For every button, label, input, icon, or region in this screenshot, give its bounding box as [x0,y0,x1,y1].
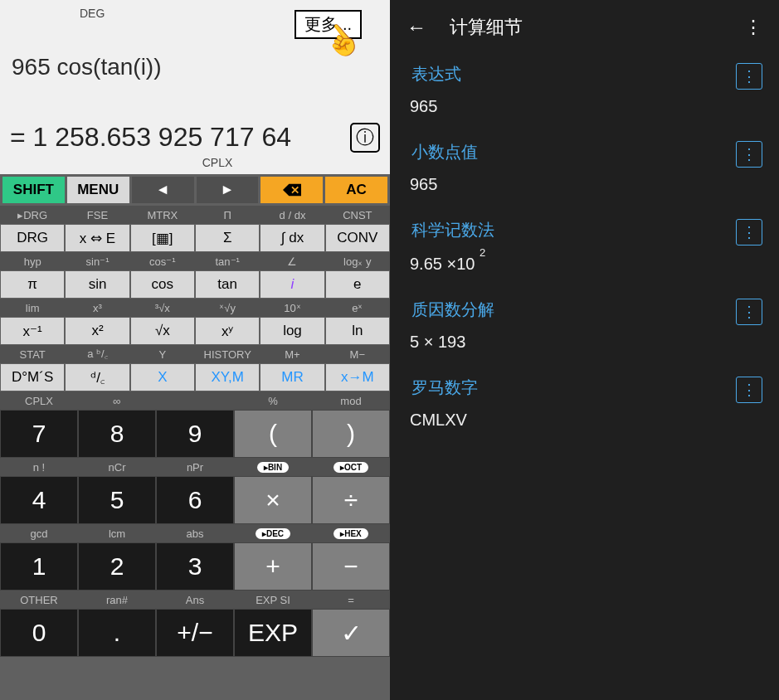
shift-labels-row-1: ▸DRG FSE MTRX Π d / dx CNST [0,206,390,224]
result-value: = 1 258.653 925 717 64 [10,122,350,153]
xinv-key[interactable]: x⁻¹ [1,318,64,344]
cplx-label: CPLX [50,153,385,174]
paren-close-key[interactable]: ) [313,411,389,457]
conv-key[interactable]: CONV [326,225,389,251]
prime-value: 5 × 193 [410,333,762,352]
display-area: DEG 更多... ☝ 965 cos(tan(i)) = 1 258.653 … [0,0,390,174]
shift-labels-row-2: hyp sin⁻¹ cos⁻¹ tan⁻¹ ∠ logₓ y [0,252,390,270]
divide-key[interactable]: ÷ [313,477,389,523]
section-roman: ⋮ 罗马数字 CMLXV [407,377,762,430]
minus-key[interactable]: − [313,543,389,590]
expression-value: 965 [410,97,762,116]
section-label: 质因数分解 [411,299,762,321]
scientific-value: 9.65 ×10 2 [410,253,762,274]
ac-key[interactable]: AC [325,177,387,203]
section-menu-icon[interactable]: ⋮ [736,377,762,403]
info-icon[interactable]: ⓘ [350,123,380,153]
angle-mode-label: DEG [80,7,105,20]
key-9[interactable]: 9 [157,411,233,457]
section-menu-icon[interactable]: ⋮ [736,141,762,168]
key-2[interactable]: 2 [79,543,155,590]
section-label: 表达式 [411,63,762,85]
back-icon[interactable]: ← [407,16,426,39]
key-6[interactable]: 6 [157,477,233,523]
section-label: 科学记数法 [411,219,762,241]
integral-key[interactable]: ∫ dx [260,225,324,251]
details-title: 计算细节 [450,15,721,40]
i-key[interactable]: i [260,271,324,298]
sign-key[interactable]: +/− [157,610,233,656]
roman-value: CMLXV [410,411,762,430]
X-key[interactable]: X [131,364,194,391]
cursor-left-key[interactable]: ◄ [132,177,194,203]
xy-key[interactable]: xʸ [196,318,259,344]
cos-key[interactable]: cos [131,271,194,298]
section-prime: ⋮ 质因数分解 5 × 193 [407,299,762,352]
kebab-menu-icon[interactable]: ⋮ [744,17,762,38]
menu-key[interactable]: MENU [67,177,129,203]
calculator-pane: DEG 更多... ☝ 965 cos(tan(i)) = 1 258.653 … [0,0,390,700]
calc-details-pane: ← 计算细节 ⋮ ⋮ 表达式 965 ⋮ 小数点值 965 ⋮ 科学记数法 9.… [390,0,779,700]
MR-key[interactable]: MR [260,364,324,391]
xE-key[interactable]: x ⇔ E [66,225,129,251]
multiply-key[interactable]: × [235,477,311,523]
plus-key[interactable]: + [235,543,311,590]
section-menu-icon[interactable]: ⋮ [736,299,762,325]
key-5[interactable]: 5 [79,477,155,523]
key-3[interactable]: 3 [157,543,233,590]
decimal-value: 965 [410,175,762,194]
enter-key[interactable]: ✓ [313,610,389,656]
exp-key[interactable]: EXP [235,610,311,656]
section-expression: ⋮ 表达式 965 [407,63,762,116]
section-label: 罗马数字 [411,377,762,399]
ln-key[interactable]: ln [326,318,389,344]
matrix-key[interactable]: [▦] [131,225,194,251]
section-scientific: ⋮ 科学记数法 9.65 ×10 2 [407,219,762,274]
key-8[interactable]: 8 [79,411,155,457]
section-menu-icon[interactable]: ⋮ [736,63,762,90]
key-1[interactable]: 1 [1,543,77,590]
section-label: 小数点值 [411,141,762,163]
dms-key[interactable]: D°M´S [1,364,64,391]
key-4[interactable]: 4 [1,477,77,523]
pi-key[interactable]: π [1,271,64,298]
xM-key[interactable]: x→M [326,364,389,391]
section-menu-icon[interactable]: ⋮ [736,219,762,245]
shift-key[interactable]: SHIFT [2,177,65,203]
drg-key[interactable]: DRG [1,225,64,251]
shift-labels-row-3: lim x³ ³√x ˣ√y 10ˣ eˣ [0,299,390,317]
tan-key[interactable]: tan [196,271,259,298]
dc-key[interactable]: ᵈ/꜀ [66,364,129,391]
x2-key[interactable]: x² [66,318,129,344]
key-7[interactable]: 7 [1,411,77,457]
backspace-key[interactable] [260,177,323,203]
expression-field[interactable]: 965 cos(tan(i)) [12,54,385,80]
section-decimal: ⋮ 小数点值 965 [407,141,762,194]
decimal-key[interactable]: . [79,610,155,656]
backspace-icon [283,183,301,197]
XYM-key[interactable]: XY,M [196,364,259,391]
paren-open-key[interactable]: ( [235,411,311,457]
sin-key[interactable]: sin [66,271,129,298]
sigma-key[interactable]: Σ [196,225,259,251]
key-0[interactable]: 0 [1,610,77,656]
sqrt-key[interactable]: √x [131,318,194,344]
cursor-right-key[interactable]: ► [197,177,259,203]
shift-labels-row-4: STAT a ᵇ/꜀ Y HISTORY M+ M− [0,345,390,363]
e-key[interactable]: e [326,271,389,298]
log-key[interactable]: log [260,318,324,344]
